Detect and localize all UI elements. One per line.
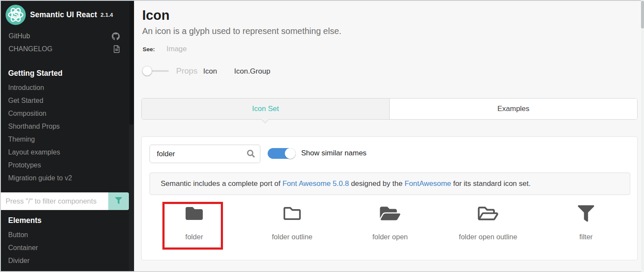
search-icon [247,150,255,159]
sidebar-section-elements: Elements [8,216,42,225]
page-scrollbar-thumb[interactable] [641,1,644,28]
icon-cell-folder-open-outline[interactable]: folder open outline [439,199,537,241]
icon-label: folder outline [272,233,312,241]
sidebar: S Semantic UI React 2.1.4 GitHub CHANGEL… [0,0,134,272]
window-border-top [0,0,644,1]
elements-list: Button Container Divider [0,229,129,267]
icon-cell-folder-open[interactable]: folder open [341,199,439,241]
show-similar-names-label: Show similar names [301,149,366,158]
component-filter-input[interactable] [0,192,108,210]
icon-search-input[interactable] [150,145,260,163]
message-text: Semantic includes a complete port of [161,179,282,188]
font-awesome-link[interactable]: FontAwesome [405,179,451,188]
file-icon [113,45,120,55]
brand-title: Semantic UI React [30,10,97,19]
tab-examples[interactable]: Examples [390,99,637,119]
component-filter-button[interactable] [108,192,129,210]
page-scrollbar-track[interactable] [641,0,644,272]
message-text: for its standard icon set. [451,179,531,188]
message-text: designed by the [349,179,404,188]
page-subtitle: An icon is a glyph used to represent som… [142,26,342,36]
sidebar-item-layout-examples[interactable]: Layout examples [0,146,129,159]
font-awesome-version-link[interactable]: Font Awesome 5.0.8 [282,179,349,188]
sidebar-item-container[interactable]: Container [0,241,129,254]
see-link-image[interactable]: Image [167,45,187,53]
sidebar-item-button[interactable]: Button [0,229,129,241]
sidebar-item-theming[interactable]: Theming [0,133,129,146]
props-label: Props [176,66,198,76]
font-awesome-message: Semantic includes a complete port of Fon… [150,173,630,195]
icon-cell-folder[interactable]: folder [145,199,243,241]
props-slider-knob[interactable] [142,66,152,76]
tab-icon-set[interactable]: Icon Set [142,99,390,119]
icon-search [150,145,260,163]
filter-icon [578,199,594,228]
icon-cell-filter[interactable]: filter [537,199,635,241]
window-border-left [0,0,1,272]
component-filter [0,192,129,210]
folder-icon [184,199,204,228]
svg-text:S: S [13,11,18,19]
semantic-ui-logo-icon: S [6,5,26,25]
getting-started-list: Introduction Get Started Composition Sho… [0,81,129,185]
sidebar-link-github[interactable]: GitHub [0,31,134,42]
icon-grid: folder folder outline folder open folder… [145,199,635,241]
sidebar-item-composition[interactable]: Composition [0,107,129,120]
brand-row[interactable]: S Semantic UI React 2.1.4 [6,5,113,25]
sidebar-item-shorthand-props[interactable]: Shorthand Props [0,120,129,133]
icon-label: folder open outline [459,233,517,241]
see-also-row: See: Image [143,45,187,53]
changelog-link-label: CHANGELOG [9,45,52,53]
sidebar-item-prototypes[interactable]: Prototypes [0,159,129,172]
sidebar-item-divider[interactable]: Divider [0,254,129,267]
github-link-label: GitHub [9,32,30,40]
props-item-icon-group[interactable]: Icon.Group [234,67,270,76]
icon-label: folder open [372,233,408,241]
sidebar-scrollbar-thumb[interactable] [129,0,134,125]
brand-version: 2.1.4 [101,12,113,18]
page-title: Icon [142,8,170,23]
icon-cell-folder-outline[interactable]: folder outline [243,199,341,241]
filter-funnel-icon [115,197,122,205]
props-item-icon[interactable]: Icon [203,67,217,76]
sidebar-item-get-started[interactable]: Get Started [0,94,129,107]
icon-label: folder [185,233,203,241]
sidebar-item-migration-guide[interactable]: Migration guide to v2 [0,172,129,185]
sidebar-link-changelog[interactable]: CHANGELOG [0,44,134,55]
github-icon [112,32,120,42]
folder-open-outline-icon [477,199,499,228]
toggle-knob [285,148,296,159]
folder-open-icon [379,199,401,228]
show-similar-names-toggle[interactable] [268,148,296,159]
sidebar-item-introduction[interactable]: Introduction [0,81,129,94]
sidebar-section-getting-started: Getting Started [8,69,62,78]
tab-menu: Icon Set Examples [141,98,638,120]
icon-set-panel: Show similar names Semantic includes a c… [141,136,638,260]
folder-outline-icon [283,199,302,228]
icon-label: filter [579,233,592,241]
see-label: See: [143,46,155,53]
